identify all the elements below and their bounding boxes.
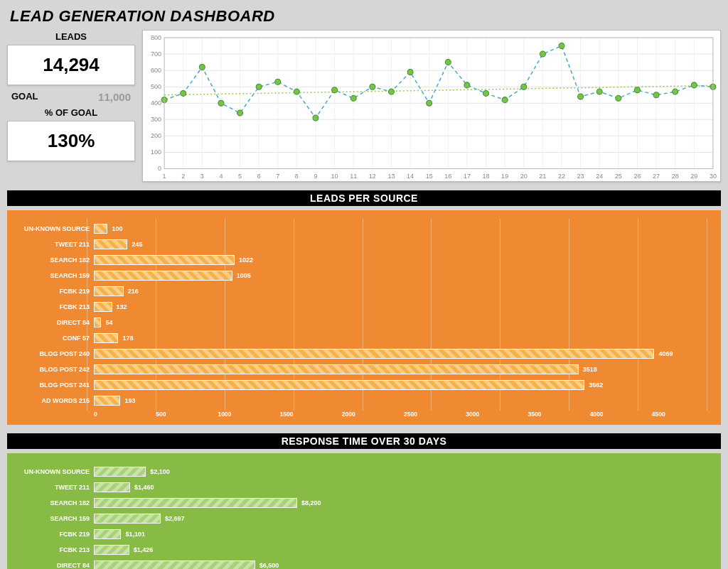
bar-row: SEARCH 1821022 [14,253,714,267]
x-tick: 1500 [280,411,342,418]
bar [94,302,112,312]
page-title: LEAD GENERATION DASHBOARD [10,7,721,26]
bar-value: 54 [105,318,112,327]
svg-point-105 [673,89,678,94]
svg-point-103 [634,87,640,93]
bar-row: FCBK 219216 [14,284,714,298]
bar-row: FCBK 219$1,101 [14,527,714,541]
leads-tile: 14,294 [7,45,135,85]
bar-category: TWEET 211 [14,484,94,491]
svg-text:20: 20 [520,173,528,180]
bar-category: FCBK 219 [14,288,94,295]
svg-text:700: 700 [151,50,161,58]
bar-category: FCBK 213 [14,303,94,310]
svg-text:400: 400 [151,99,161,107]
svg-text:13: 13 [387,173,395,180]
svg-text:12: 12 [369,173,376,180]
x-tick: 0 [94,411,156,418]
svg-point-91 [407,69,413,75]
bar [94,239,127,249]
svg-point-104 [653,92,659,98]
bar [94,467,146,477]
bar-row: SEARCH 1591005 [14,269,714,283]
svg-point-98 [540,51,545,57]
goal-label: GOAL [11,91,38,103]
bar [94,286,124,296]
x-tick: 2000 [342,411,404,418]
x-tick: 4000 [590,411,652,418]
svg-text:600: 600 [151,67,161,74]
bar [94,380,584,390]
bar-value: $1,101 [125,529,145,539]
svg-point-84 [275,79,281,85]
kpi-column: LEADS 14,294 GOAL 11,000 % OF GOAL 130% [7,30,135,161]
svg-text:14: 14 [407,173,414,180]
svg-text:7: 7 [276,173,279,180]
svg-text:15: 15 [426,173,433,180]
bar-category: AD WORDS 215 [14,397,94,404]
svg-text:21: 21 [539,173,546,180]
bar-row: BLOG POST 2413562 [14,378,714,392]
bar-category: FCBK 219 [14,531,94,538]
bar-category: SEARCH 159 [14,272,94,279]
response-time-chart: UN-KNOWN SOURCE$2,100TWEET 211$1,460SEAR… [7,453,721,569]
bar-row: FCBK 213$1,426 [14,543,714,557]
svg-text:28: 28 [672,173,679,180]
svg-text:10: 10 [331,173,338,180]
svg-text:19: 19 [501,173,508,180]
svg-text:29: 29 [690,173,697,180]
bar-category: UN-KNOWN SOURCE [14,225,94,232]
bar [94,224,107,234]
bar-value: $2,697 [165,514,185,524]
bar-row: TWEET 211$1,460 [14,480,714,494]
svg-text:100: 100 [151,148,161,156]
x-tick: 4500 [652,411,714,418]
svg-text:2: 2 [181,173,185,180]
top-row: LEADS 14,294 GOAL 11,000 % OF GOAL 130% … [7,30,721,182]
section-header-response-time: RESPONSE TIME OVER 30 DAYS [7,433,721,449]
svg-point-89 [370,84,375,90]
svg-point-83 [256,84,262,90]
bar [94,560,255,569]
bar-category: TWEET 211 [14,241,94,248]
pct-goal-tile: 130% [7,121,135,161]
bar [94,271,232,281]
svg-point-92 [427,100,432,106]
svg-point-95 [483,90,489,96]
bar-value: 216 [128,286,139,296]
bar-row: UN-KNOWN SOURCE100 [14,222,714,236]
x-tick: 3000 [466,411,528,418]
svg-text:25: 25 [615,173,622,180]
svg-text:9: 9 [314,173,317,180]
bar [94,318,101,327]
bar-category: SEARCH 182 [14,499,94,506]
svg-point-82 [237,110,243,116]
svg-text:8: 8 [295,173,299,180]
bar-value: 245 [132,239,142,249]
bar-row: SEARCH 159$2,697 [14,511,714,526]
bar-value: 3518 [583,364,597,374]
bar-row: SEARCH 182$8,200 [14,496,714,510]
svg-point-102 [616,95,621,101]
svg-point-94 [464,82,470,88]
bar-category: BLOG POST 242 [14,366,94,373]
bar [94,364,579,374]
goal-value: 11,000 [98,91,131,103]
x-tick: 2500 [404,411,466,418]
svg-point-90 [388,89,394,94]
svg-point-80 [199,65,205,70]
bar [94,498,297,508]
bar-value: 4069 [658,349,673,359]
svg-point-81 [218,100,224,106]
bar-value: $8,200 [301,498,321,508]
svg-text:300: 300 [151,116,161,123]
bar-category: BLOG POST 241 [14,381,94,389]
svg-text:24: 24 [596,173,603,180]
svg-text:5: 5 [238,173,242,180]
bar-category: DIRECT 84 [14,562,94,569]
svg-text:27: 27 [653,173,660,180]
bar-row: DIRECT 8454 [14,315,714,330]
bar-value: $6,500 [259,560,279,569]
svg-point-86 [313,115,318,121]
section-header-leads-per-source: LEADS PER SOURCE [7,190,721,206]
